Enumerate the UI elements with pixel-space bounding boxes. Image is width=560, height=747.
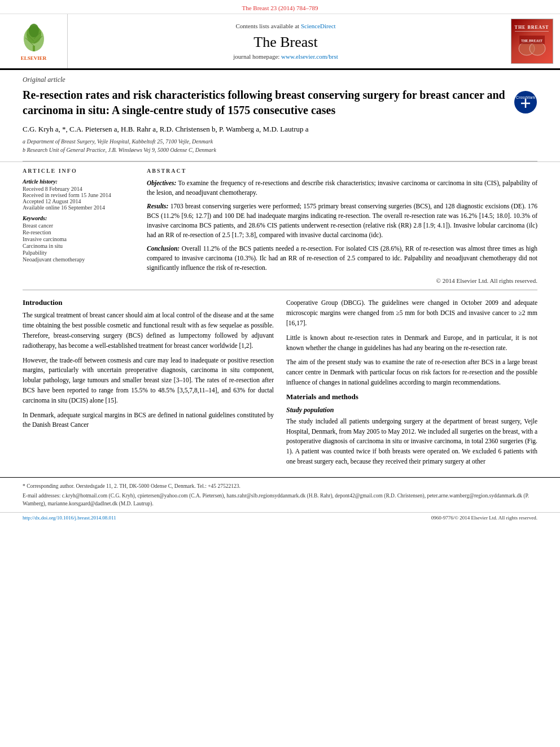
- right-intro-para-3-text: The aim of the present study was to exam…: [286, 359, 537, 386]
- abstract-column: ABSTRACT Objectives: To examine the freq…: [147, 168, 537, 284]
- abstract-conclusion: Conclusion: Overall 11.2% of the BCS pat…: [147, 244, 537, 273]
- keyword-1: Re-resection: [23, 229, 135, 235]
- page: The Breast 23 (2014) 784–789 ELSEVIER Co…: [0, 0, 560, 747]
- keywords-list: Breast cancer Re-resection Invasive carc…: [23, 222, 135, 263]
- materials-para-1-text: The study included all patients undergoi…: [286, 418, 537, 465]
- intro-para-2: However, the trade-off between cosmesis …: [23, 356, 274, 406]
- svg-text:THE BREAST: THE BREAST: [520, 39, 542, 42]
- article-info-heading: ARTICLE INFO: [23, 168, 135, 174]
- right-intro-para-3: The aim of the present study was to exam…: [286, 357, 537, 387]
- affiliation-a: a Department of Breast Surgery, Vejle Ho…: [23, 137, 505, 146]
- keyword-5: Neoadjuvant chemotherapy: [23, 256, 135, 263]
- conclusion-text: Overall 11.2% of the BCS patients needed…: [147, 245, 537, 272]
- introduction-title: Introduction: [23, 298, 274, 307]
- abstract-results: Results: 1703 breast conserving surgerie…: [147, 202, 537, 241]
- title-block: Re-resection rates and risk characterist…: [23, 88, 505, 156]
- article-info-column: ARTICLE INFO Article history: Received 8…: [23, 168, 135, 284]
- homepage-url[interactable]: www.elsevier.com/brst: [281, 53, 338, 60]
- cover-illustration: THE BREAST: [517, 33, 548, 58]
- journal-reference-bar: The Breast 23 (2014) 784–789: [0, 0, 560, 14]
- abstract-heading: ABSTRACT: [147, 168, 537, 174]
- journal-reference: The Breast 23 (2014) 784–789: [242, 5, 318, 11]
- body-left-column: Introduction The surgical treatment of b…: [23, 298, 274, 471]
- publisher-logo-section: ELSEVIER: [0, 14, 68, 68]
- article-header: Re-resection rates and risk characterist…: [0, 85, 560, 161]
- contents-label: Contents lists available at: [235, 23, 299, 29]
- body-right-column: Cooperative Group (DBCG). The guidelines…: [286, 298, 537, 471]
- results-text: 1703 breast conserving surgeries were pe…: [147, 203, 537, 239]
- affiliations: a Department of Breast Surgery, Vejle Ho…: [23, 137, 505, 154]
- doi-link[interactable]: http://dx.doi.org/10.1016/j.breast.2014.…: [23, 515, 116, 521]
- right-intro-para-2-text: Little is known about re-resection rates…: [286, 334, 537, 351]
- article-authors: C.G. Kryh a, *, C.A. Pietersen a, H.B. R…: [23, 125, 505, 134]
- objectives-text: To examine the frequency of re-resection…: [147, 180, 537, 196]
- intro-para-3: In Denmark, adequate surgical margins in…: [23, 410, 274, 431]
- study-population-subtitle: Study population: [286, 406, 537, 414]
- abstract-objectives: Objectives: To examine the frequency of …: [147, 178, 537, 198]
- article-title: Re-resection rates and risk characterist…: [23, 88, 505, 118]
- keyword-2: Invasive carcinoma: [23, 236, 135, 242]
- corresponding-author-note: * Corresponding author. Oerstedsgade 11,…: [23, 482, 537, 490]
- conclusion-label: Conclusion:: [147, 245, 180, 252]
- history-label: Article history:: [23, 178, 135, 185]
- results-label: Results:: [147, 203, 168, 209]
- sciencedirect-line: Contents lists available at ScienceDirec…: [235, 23, 335, 29]
- article-type-label: Original article: [0, 69, 560, 85]
- email-addresses: E-mail addresses: c.kryh@hotmail.com (C.…: [23, 492, 537, 508]
- body-section: Introduction The surgical treatment of b…: [0, 290, 560, 477]
- authors-text: C.G. Kryh a, *, C.A. Pietersen a, H.B. R…: [23, 125, 309, 133]
- right-intro-para-2: Little is known about re-resection rates…: [286, 333, 537, 353]
- objectives-label: Objectives:: [147, 180, 176, 186]
- homepage-label: journal homepage:: [233, 53, 279, 60]
- elsevier-tree-logo: [17, 22, 51, 53]
- intro-para-3-text: In Denmark, adequate surgical margins in…: [23, 412, 274, 429]
- journal-title: The Breast: [253, 34, 317, 51]
- sciencedirect-link[interactable]: ScienceDirect: [301, 23, 336, 29]
- footnotes-section: * Corresponding author. Oerstedsgade 11,…: [0, 477, 560, 512]
- received-date: Received 8 February 2014: [23, 186, 135, 192]
- elsevier-text: ELSEVIER: [21, 55, 47, 61]
- journal-cover-section: THE BREAST THE BREAST: [504, 14, 560, 68]
- available-date: Available online 16 September 2014: [23, 204, 135, 211]
- keyword-3: Carcinoma in situ: [23, 243, 135, 249]
- journal-name-section: Contents lists available at ScienceDirec…: [68, 14, 504, 68]
- accepted-date: Accepted 12 August 2014: [23, 198, 135, 204]
- received-revised-date: Received in revised form 15 June 2014: [23, 192, 135, 198]
- footer-bar: http://dx.doi.org/10.1016/j.breast.2014.…: [0, 512, 560, 523]
- email-list: c.kryh@hotmail.com (C.G. Kryh), cpieters…: [23, 493, 529, 506]
- keyword-0: Breast cancer: [23, 222, 135, 229]
- svg-text:CrossMark: CrossMark: [516, 95, 535, 99]
- info-abstract-section: ARTICLE INFO Article history: Received 8…: [0, 161, 560, 290]
- journal-cover-image: THE BREAST THE BREAST: [511, 19, 553, 64]
- keyword-4: Palpability: [23, 250, 135, 256]
- journal-header: ELSEVIER Contents lists available at Sci…: [0, 14, 560, 69]
- materials-para-1: The study included all patients undergoi…: [286, 417, 537, 467]
- journal-homepage: journal homepage: www.elsevier.com/brst: [233, 53, 338, 60]
- email-label: E-mail addresses:: [23, 493, 60, 499]
- materials-methods-title: Materials and methods: [286, 392, 537, 401]
- crossmark-badge[interactable]: CrossMark: [514, 90, 537, 114]
- right-intro-para-1-text: Cooperative Group (DBCG). The guidelines…: [286, 299, 537, 326]
- intro-para-1-text: The surgical treatment of breast cancer …: [23, 312, 274, 348]
- issn-copyright: 0960-9776/© 2014 Elsevier Ltd. All right…: [431, 515, 537, 521]
- intro-para-2-text: However, the trade-off between cosmesis …: [23, 357, 274, 404]
- copyright-notice: © 2014 Elsevier Ltd. All rights reserved…: [147, 277, 537, 284]
- affiliation-b: b Research Unit of General Practice, J.B…: [23, 146, 505, 154]
- cover-title: THE BREAST: [515, 25, 549, 32]
- keywords-label: Keywords:: [23, 215, 135, 221]
- intro-para-1: The surgical treatment of breast cancer …: [23, 311, 274, 351]
- right-intro-para-1: Cooperative Group (DBCG). The guidelines…: [286, 298, 537, 328]
